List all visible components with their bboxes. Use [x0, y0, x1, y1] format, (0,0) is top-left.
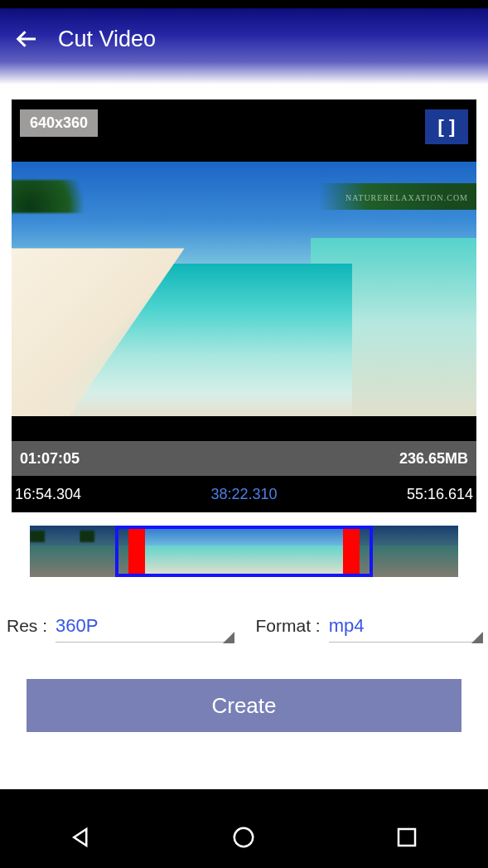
dropdown-caret-icon	[471, 632, 483, 643]
nav-back-button[interactable]	[31, 821, 131, 854]
triangle-back-icon	[69, 825, 94, 850]
timecode-end: 55:16.614	[407, 486, 473, 503]
square-recent-icon	[394, 825, 419, 850]
video-frame[interactable]: NATURERELAXATION.COM	[12, 162, 476, 416]
timeline-thumb	[195, 526, 244, 577]
resolution-dropdown[interactable]: Res : 360P	[7, 615, 233, 643]
video-preview-area: 640x360 [ ] NATURERELAXATION.COM 01:07:0…	[12, 99, 476, 512]
timecode-row: 16:54.304 38:22.310 55:16.614	[12, 476, 476, 512]
resolution-badge: 640x360	[20, 109, 98, 137]
timeline-thumb	[80, 526, 129, 577]
back-button[interactable]	[15, 27, 40, 51]
timeline-thumb	[408, 526, 458, 577]
arrow-left-icon	[15, 27, 40, 51]
status-bar	[0, 0, 488, 8]
timecode-playhead: 38:22.310	[210, 486, 277, 503]
timeline-thumb	[30, 526, 80, 577]
dropdown-caret-icon	[223, 632, 234, 643]
nav-recent-button[interactable]	[357, 821, 457, 854]
video-filesize: 236.65MB	[399, 450, 468, 468]
trim-handle-left[interactable]	[128, 526, 145, 577]
timeline-thumb	[244, 526, 294, 577]
nav-home-button[interactable]	[194, 821, 293, 854]
svg-point-0	[234, 827, 254, 846]
timeline-thumb	[360, 526, 409, 577]
trim-timeline[interactable]	[30, 526, 458, 577]
timeline-thumb	[293, 526, 343, 577]
crop-button[interactable]: [ ]	[425, 109, 468, 144]
timecode-start: 16:54.304	[15, 486, 81, 503]
page-title: Cut Video	[58, 27, 156, 52]
watermark-text: NATURERELAXATION.COM	[345, 193, 468, 202]
format-dropdown[interactable]: Format : mp4	[256, 615, 482, 643]
format-label: Format :	[256, 616, 321, 636]
trim-handle-right[interactable]	[343, 526, 360, 577]
format-value: mp4	[329, 615, 365, 636]
create-button[interactable]: Create	[27, 679, 461, 732]
video-duration: 01:07:05	[20, 450, 80, 468]
bottom-divider	[0, 789, 488, 806]
circle-home-icon	[231, 825, 256, 850]
timeline-thumb	[145, 526, 195, 577]
app-bar: Cut Video	[0, 8, 488, 85]
resolution-label: Res :	[7, 616, 47, 636]
video-info-bar: 01:07:05 236.65MB	[12, 441, 476, 476]
svg-rect-1	[399, 829, 415, 846]
resolution-value: 360P	[56, 615, 98, 636]
android-nav-bar	[0, 806, 488, 868]
